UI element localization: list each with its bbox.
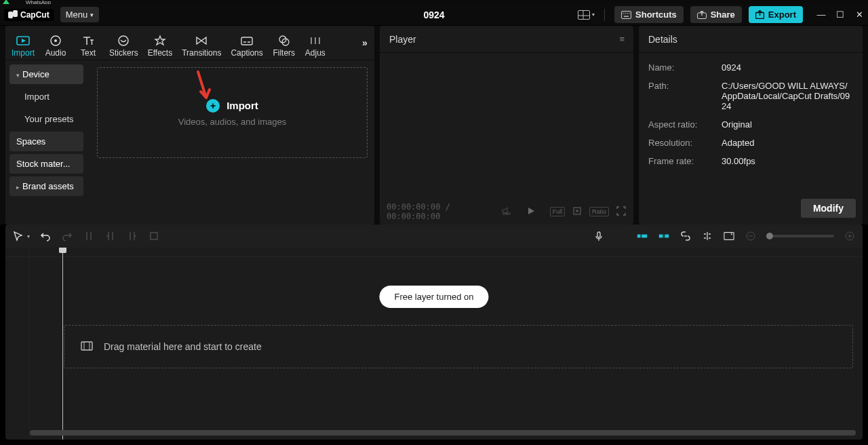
selection-tool-icon[interactable] [12, 230, 24, 242]
linkage-icon[interactable] [679, 230, 692, 242]
tab-label: Stickers [109, 48, 138, 58]
track-gutter [5, 248, 30, 440]
app-name: CapCut [20, 10, 50, 20]
svg-point-6 [627, 12, 627, 13]
capcut-logo-icon [8, 10, 18, 20]
tab-text[interactable]: Text [72, 32, 104, 60]
volume-icon[interactable] [501, 207, 512, 217]
tab-label: Effects [148, 48, 172, 58]
detail-aspect-label: Aspect ratio: [648, 119, 722, 130]
svg-point-16 [279, 36, 286, 43]
window-minimize-button[interactable]: — [816, 9, 826, 20]
svg-rect-22 [642, 235, 647, 238]
auto-snap-icon[interactable] [658, 230, 670, 242]
separator [604, 9, 605, 21]
subnav-presets[interactable]: Your presets [9, 109, 83, 129]
svg-point-17 [282, 39, 289, 45]
toast-free-layer: Free layer turned on [379, 286, 488, 308]
import-dropzone[interactable]: + Import Videos, audios, and images [97, 67, 368, 158]
svg-rect-19 [151, 233, 157, 239]
split-button[interactable] [83, 230, 95, 242]
shortcuts-label: Shortcuts [635, 9, 677, 20]
media-subnav: Device Import Your presets Spaces Stock … [5, 60, 87, 225]
main-track-magnet-icon[interactable] [636, 230, 648, 242]
svg-point-7 [629, 12, 629, 13]
play-button[interactable] [526, 207, 536, 217]
shortcuts-button[interactable]: Shortcuts [614, 6, 684, 23]
delete-right-button[interactable] [126, 230, 138, 242]
zoom-in-icon[interactable] [844, 230, 856, 242]
subnav-spaces[interactable]: Spaces [9, 132, 83, 151]
ratio-toggle[interactable]: Ratio [589, 207, 609, 216]
scrollbar-thumb[interactable] [30, 430, 856, 436]
detail-name-value: 0924 [722, 62, 853, 73]
layout-selector[interactable]: ▾ [578, 10, 595, 20]
export-label: Export [768, 9, 796, 20]
detail-path-label: Path: [648, 81, 722, 111]
tab-stickers[interactable]: Stickers [104, 32, 143, 60]
timeline-playhead[interactable] [62, 248, 63, 440]
details-panel: Details Name:0924 Path:C:/Users/GOOD WIL… [639, 26, 863, 225]
player-panel: Player ≡ 00:00:00:00 / 00:00:00:00 Full … [380, 26, 633, 225]
redo-button[interactable] [61, 230, 73, 242]
svg-rect-20 [597, 232, 600, 237]
transitions-icon [195, 35, 208, 47]
modify-button[interactable]: Modify [801, 199, 856, 218]
tab-transitions[interactable]: Transitions [177, 32, 226, 60]
subnav-brand[interactable]: Brand assets [9, 176, 83, 196]
export-button[interactable]: Export [749, 6, 803, 23]
voiceover-button[interactable] [593, 230, 605, 242]
menu-button[interactable]: Menu ▾ [60, 7, 100, 22]
panel-menu-icon[interactable]: ≡ [619, 34, 624, 44]
tab-adjustment[interactable]: Adjus [300, 32, 330, 60]
tab-captions[interactable]: Captions [226, 32, 267, 60]
timeline-horizontal-scrollbar[interactable] [30, 430, 856, 436]
crop-button[interactable] [148, 230, 160, 242]
timeline-drop-lane[interactable]: Drag material here and start to create [64, 325, 853, 368]
adjustment-icon [309, 35, 322, 47]
tab-effects[interactable]: Effects [143, 32, 177, 60]
preview-quality-icon[interactable] [572, 206, 583, 218]
timeline-ruler[interactable] [5, 248, 863, 257]
detail-aspect-value: Original [722, 119, 853, 130]
timeline-panel[interactable]: Free layer turned on Drag material here … [5, 248, 863, 440]
subnav-device[interactable]: Device [9, 64, 83, 84]
full-toggle[interactable]: Full [550, 207, 566, 216]
player-viewport[interactable] [380, 53, 633, 199]
tab-audio[interactable]: Audio [39, 32, 72, 60]
chevron-down-icon: ▾ [90, 12, 94, 18]
svg-rect-15 [241, 37, 252, 45]
zoom-thumb[interactable] [766, 233, 773, 239]
share-label: Share [711, 9, 735, 20]
timeline-toolbar: ▾ [5, 225, 863, 248]
zoom-out-icon[interactable] [745, 230, 757, 242]
detail-name-label: Name: [648, 62, 722, 73]
zoom-slider[interactable] [766, 235, 834, 237]
tab-import[interactable]: Import [7, 32, 39, 60]
preview-axis-icon[interactable] [701, 230, 713, 242]
cover-button[interactable] [723, 230, 735, 242]
titlebar: CapCut Menu ▾ 0924 ▾ Shortcuts Share Exp… [0, 4, 868, 26]
share-button[interactable]: Share [690, 6, 742, 23]
menu-label: Menu [66, 9, 88, 20]
app-logo[interactable]: CapCut [4, 9, 54, 21]
subnav-import[interactable]: Import [9, 87, 83, 107]
delete-left-button[interactable] [104, 230, 117, 242]
window-maximize-button[interactable]: ☐ [835, 9, 845, 20]
undo-button[interactable] [39, 230, 52, 242]
tab-filters[interactable]: Filters [268, 32, 300, 60]
tabs-scroll-right[interactable]: » [355, 26, 374, 59]
stickers-icon [117, 35, 130, 47]
subnav-stock[interactable]: Stock mater... [9, 154, 83, 174]
svg-rect-25 [665, 235, 669, 238]
fullscreen-icon[interactable] [616, 206, 627, 218]
details-title: Details [648, 34, 677, 45]
detail-framerate-value: 30.00fps [722, 156, 853, 166]
subnav-label: Brand assets [22, 181, 74, 191]
window-close-button[interactable]: ✕ [854, 9, 864, 20]
chevron-down-icon[interactable]: ▾ [27, 233, 30, 239]
modify-label: Modify [813, 203, 844, 214]
svg-point-14 [119, 36, 128, 45]
import-hint: Videos, audios, and images [178, 117, 286, 127]
subnav-label: Import [24, 92, 50, 102]
